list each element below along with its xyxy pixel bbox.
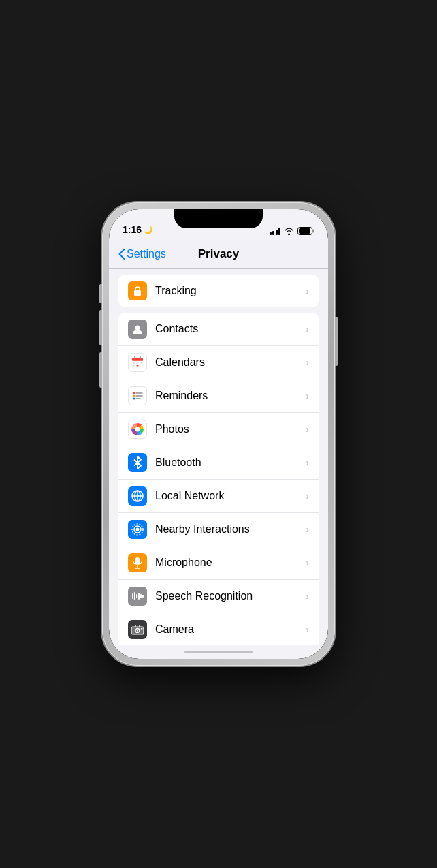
camera-item[interactable]: Camera › (118, 613, 319, 645)
nearby-interactions-label: Nearby Interactions (155, 523, 306, 536)
svg-rect-37 (140, 594, 142, 598)
microphone-item[interactable]: Microphone › (118, 546, 319, 580)
tracking-partial-group: Tracking › (118, 275, 319, 307)
status-time: 1:16 🌙 (123, 224, 153, 235)
svg-rect-1 (312, 230, 314, 233)
svg-rect-33 (132, 593, 133, 599)
tracking-icon (128, 281, 147, 300)
svg-rect-43 (141, 628, 143, 630)
svg-point-4 (135, 326, 140, 330)
privacy-items-group: Contacts › (118, 313, 319, 645)
signal-icon (270, 228, 281, 235)
home-indicator (109, 645, 328, 659)
local-network-icon (128, 486, 147, 506)
photos-label: Photos (155, 423, 306, 435)
reminders-icon (128, 386, 147, 405)
moon-icon: 🌙 (144, 226, 153, 234)
contacts-item[interactable]: Contacts › (118, 313, 319, 346)
tracking-item[interactable]: Tracking › (118, 275, 319, 307)
svg-rect-30 (135, 557, 140, 564)
camera-icon (128, 620, 147, 639)
contacts-chevron: › (306, 324, 309, 335)
svg-rect-14 (137, 365, 139, 367)
microphone-icon (128, 553, 147, 572)
camera-label: Camera (155, 623, 306, 636)
nearby-interactions-chevron: › (306, 524, 309, 535)
microphone-label: Microphone (155, 557, 306, 569)
svg-rect-35 (136, 594, 137, 598)
microphone-chevron: › (306, 557, 309, 568)
svg-rect-38 (142, 595, 144, 598)
photos-item[interactable]: Photos › (118, 413, 319, 446)
svg-point-42 (137, 630, 138, 631)
svg-rect-13 (133, 365, 135, 367)
camera-chevron: › (306, 624, 309, 635)
contacts-label: Contacts (155, 323, 306, 335)
reminders-label: Reminders (155, 390, 306, 402)
settings-content[interactable]: Tracking › Contacts (109, 269, 328, 645)
nearby-interactions-icon (128, 520, 147, 539)
calendars-icon (128, 353, 147, 372)
speech-recognition-label: Speech Recognition (155, 590, 306, 602)
photos-icon (128, 420, 147, 439)
svg-rect-11 (137, 362, 139, 364)
svg-point-16 (133, 392, 135, 394)
contacts-icon (128, 320, 147, 339)
local-network-label: Local Network (155, 490, 306, 502)
local-network-chevron: › (306, 491, 309, 501)
phone-frame: 1:16 🌙 (102, 202, 335, 666)
tracking-label: Tracking (155, 285, 306, 297)
battery-icon (297, 227, 314, 235)
reminders-chevron: › (306, 390, 309, 401)
wifi-icon (284, 228, 294, 235)
svg-rect-12 (140, 362, 142, 364)
back-label: Settings (127, 248, 166, 260)
bluetooth-chevron: › (306, 457, 309, 468)
bluetooth-item[interactable]: Bluetooth › (118, 446, 319, 480)
nearby-interactions-item[interactable]: Nearby Interactions › (118, 513, 319, 546)
svg-rect-36 (138, 593, 140, 600)
svg-rect-2 (299, 228, 310, 234)
speech-recognition-chevron: › (306, 591, 309, 602)
photos-chevron: › (306, 424, 309, 435)
bluetooth-label: Bluetooth (155, 456, 306, 469)
svg-point-17 (133, 395, 135, 397)
svg-point-18 (133, 398, 135, 400)
calendars-chevron: › (306, 357, 309, 368)
page-title: Privacy (198, 247, 240, 261)
reminders-item[interactable]: Reminders › (118, 379, 319, 413)
tracking-chevron: › (306, 285, 309, 296)
svg-rect-3 (134, 290, 141, 296)
svg-point-27 (136, 528, 140, 531)
calendars-label: Calendars (155, 356, 306, 369)
calendars-item[interactable]: Calendars › (118, 346, 319, 379)
svg-rect-10 (133, 362, 135, 364)
svg-rect-7 (132, 360, 143, 361)
svg-point-22 (135, 427, 140, 432)
speech-recognition-item[interactable]: Speech Recognition › (118, 580, 319, 613)
speech-recognition-icon (128, 587, 147, 606)
svg-rect-34 (134, 592, 135, 600)
status-icons (270, 227, 315, 235)
bluetooth-icon (128, 453, 147, 472)
nav-bar: Settings Privacy (109, 239, 328, 269)
back-button[interactable]: Settings (118, 248, 166, 260)
local-network-item[interactable]: Local Network › (118, 480, 319, 513)
